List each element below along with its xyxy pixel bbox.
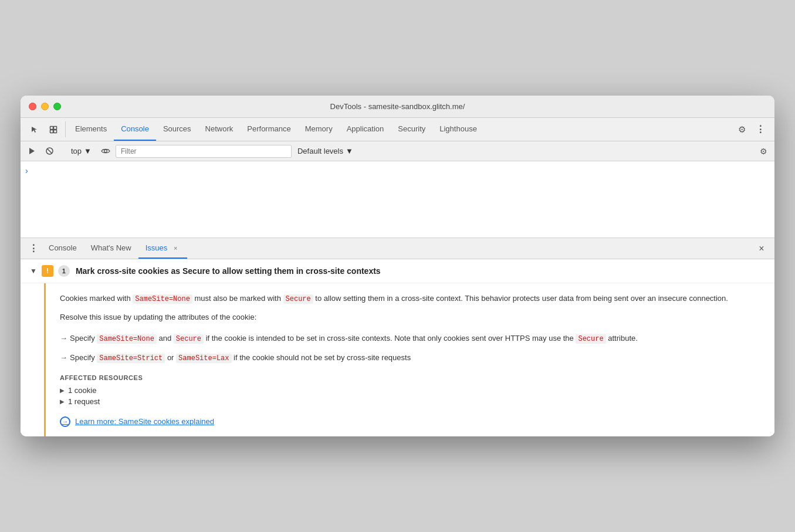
console-content: › — [21, 161, 774, 238]
issue-point-2: → Specify SameSite=Strict or SameSite=La… — [60, 352, 760, 364]
minimize-button[interactable] — [41, 103, 49, 110]
issue-row: ▼ ! 1 Mark cross-site cookies as Secure … — [21, 259, 774, 283]
inspect-icon[interactable] — [44, 118, 63, 141]
devtools-window: DevTools - samesite-sandbox.glitch.me/ E… — [21, 96, 774, 436]
issues-tab-close[interactable]: × — [171, 243, 180, 253]
issue-point-1: → Specify SameSite=None and Secure if th… — [60, 333, 760, 345]
code-samesite-none-1: SameSite=None — [97, 334, 157, 344]
svg-rect-0 — [50, 126, 53, 129]
svg-rect-2 — [50, 130, 53, 133]
issue-resolve-label: Resolve this issue by updating the attri… — [60, 311, 760, 324]
tab-application[interactable]: Application — [340, 118, 391, 141]
context-selector[interactable]: top ▼ — [67, 145, 96, 157]
bottom-panel: ⋮ Console What's New Issues × × ▼ ! — [21, 238, 774, 436]
dots-icon: ⋮ — [29, 243, 38, 254]
svg-rect-3 — [54, 130, 57, 133]
svg-point-7 — [104, 150, 107, 153]
dropdown-arrow: ▼ — [84, 147, 92, 155]
log-levels-selector[interactable]: Default levels ▼ — [294, 145, 357, 157]
bottom-tab-console[interactable]: Console — [42, 238, 84, 259]
affected-item-cookie[interactable]: ▶ 1 cookie — [60, 386, 760, 395]
arrow-2: → — [60, 352, 67, 364]
tab-security[interactable]: Security — [391, 118, 432, 141]
run-icon[interactable] — [24, 144, 39, 159]
svg-rect-1 — [54, 126, 57, 129]
tab-memory[interactable]: Memory — [298, 118, 340, 141]
gear-console-icon: ⚙ — [760, 147, 767, 156]
tab-sources[interactable]: Sources — [156, 118, 198, 141]
cursor-icon[interactable] — [25, 118, 44, 141]
issue-count-badge: 1 — [58, 265, 70, 277]
more-options-icon[interactable]: ⋮ — [751, 118, 770, 141]
close-panel-icon: × — [759, 243, 764, 254]
code-secure-2: Secure — [576, 334, 605, 344]
gear-icon: ⚙ — [738, 124, 746, 135]
issue-desc-para1: Cookies marked with SameSite=None must a… — [60, 293, 760, 305]
arrow-1: → — [60, 333, 67, 345]
cookie-expand-arrow: ▶ — [60, 387, 65, 394]
tab-elements[interactable]: Elements — [68, 118, 114, 141]
issues-content: ▼ ! 1 Mark cross-site cookies as Secure … — [21, 259, 774, 436]
eye-icon[interactable] — [98, 144, 113, 159]
console-expand-arrow[interactable]: › — [25, 166, 28, 175]
bottom-panel-tabs: ⋮ Console What's New Issues × × — [21, 238, 774, 259]
affected-resources-section: AFFECTED RESOURCES ▶ 1 cookie ▶ 1 reques… — [60, 374, 760, 406]
issue-warning-icon: ! — [42, 265, 53, 277]
tab-console[interactable]: Console — [114, 118, 156, 141]
affected-resources-label: AFFECTED RESOURCES — [60, 374, 760, 381]
levels-arrow: ▼ — [346, 147, 353, 155]
bottom-tab-issues[interactable]: Issues × — [138, 238, 188, 259]
devtools-tabs-bar: Elements Console Sources Network Perform… — [21, 118, 774, 141]
close-button[interactable] — [29, 103, 36, 110]
bottom-tab-whats-new[interactable]: What's New — [84, 238, 138, 259]
separator — [65, 121, 66, 137]
issue-body: Cookies marked with SameSite=None must a… — [44, 283, 774, 436]
code-samesite-lax: SameSite=Lax — [176, 354, 231, 363]
tab-network[interactable]: Network — [198, 118, 241, 141]
titlebar: DevTools - samesite-sandbox.glitch.me/ — [21, 96, 774, 118]
window-title: DevTools - samesite-sandbox.glitch.me/ — [330, 102, 465, 111]
settings-console-icon[interactable]: ⚙ — [756, 144, 771, 159]
issue-description: Cookies marked with SameSite=None must a… — [60, 293, 760, 323]
clear-icon[interactable] — [42, 144, 57, 159]
maximize-button[interactable] — [53, 103, 61, 110]
code-secure: Secure — [283, 294, 313, 304]
traffic-lights — [29, 103, 61, 110]
learn-more-icon: → — [60, 416, 70, 427]
code-secure-1: Secure — [174, 334, 204, 344]
request-expand-arrow: ▶ — [60, 398, 65, 405]
svg-line-6 — [48, 149, 52, 153]
ellipsis-icon: ⋮ — [756, 124, 766, 135]
code-samesite-none: SameSite=None — [133, 294, 192, 304]
svg-marker-4 — [29, 148, 35, 154]
console-toolbar: top ▼ Default levels ▼ ⚙ — [21, 141, 774, 161]
code-samesite-strict: SameSite=Strict — [97, 354, 165, 363]
issue-expand-arrow[interactable]: ▼ — [30, 267, 37, 275]
bottom-panel-close-button[interactable]: × — [753, 240, 770, 257]
bottom-panel-more-icon[interactable]: ⋮ — [25, 240, 42, 257]
learn-more-link[interactable]: → Learn more: SameSite cookies explained — [60, 416, 760, 427]
filter-input[interactable] — [116, 145, 292, 158]
tab-lighthouse[interactable]: Lighthouse — [432, 118, 484, 141]
tab-performance[interactable]: Performance — [240, 118, 297, 141]
right-icons: ⚙ ⋮ — [727, 118, 770, 141]
settings-icon[interactable]: ⚙ — [732, 118, 751, 141]
affected-item-request[interactable]: ▶ 1 request — [60, 397, 760, 406]
issue-title: Mark cross-site cookies as Secure to all… — [76, 266, 381, 276]
